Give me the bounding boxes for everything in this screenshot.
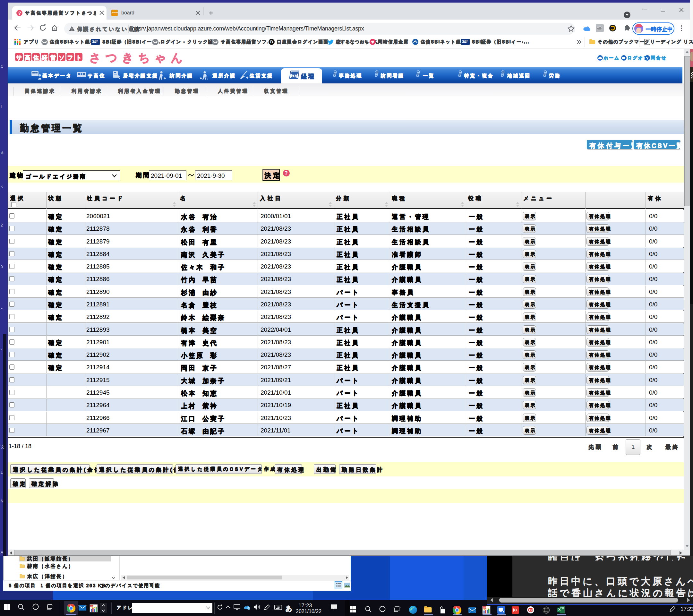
svg-text:X: X xyxy=(558,608,561,612)
